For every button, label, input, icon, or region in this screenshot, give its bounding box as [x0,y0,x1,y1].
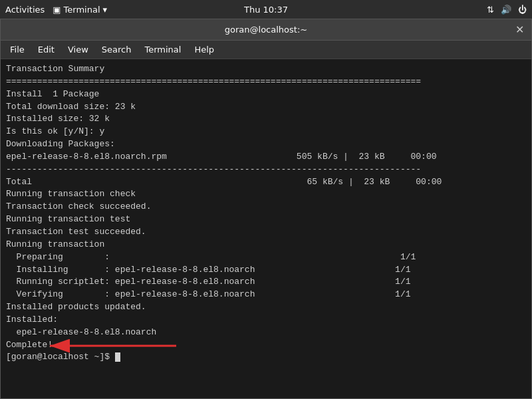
term-line: Transaction check succeeded. [6,201,526,213]
terminal-screen-icon: ▣ [53,5,61,15]
term-line: Complete! [6,339,526,352]
term-line: epel-release-8-8.el8.noarch.rpm 505 kB/s… [6,151,526,164]
term-line: Running scriptlet: epel-release-8-8.el8.… [6,276,526,289]
term-line: Running transaction test [6,213,526,226]
term-line: Total 65 kB/s | 23 kB 00:00 [6,176,526,189]
term-line: epel-release-8-8.el8.noarch [6,327,526,339]
menu-item-terminal[interactable]: Terminal [139,43,186,57]
term-line: Installed products updated. [6,301,526,314]
title-bar: goran@localhost:~ ✕ [1,19,531,41]
term-line: Downloading Packages: [6,138,526,151]
term-line: Verifying : epel-release-8-8.el8.noarch … [6,289,526,301]
term-line: ----------------------------------------… [6,164,526,176]
network-icon[interactable]: ⇅ [487,5,494,15]
menu-item-view[interactable]: View [63,43,94,57]
terminal-taskbar-label: Terminal [64,5,100,15]
power-icon[interactable]: ⏻ [518,5,527,15]
term-line: Install 1 Package [6,88,526,101]
term-line: Transaction test succeeded. [6,226,526,239]
term-line: Is this ok [y/N]: y [6,126,526,138]
terminal-chevron-icon: ▾ [103,5,108,15]
menu-item-edit[interactable]: Edit [33,43,60,57]
terminal-content[interactable]: Transaction Summary=====================… [1,59,531,398]
system-datetime: Thu 10:37 [244,5,288,15]
menu-item-help[interactable]: Help [189,43,219,57]
window-title: goran@localhost:~ [225,25,307,35]
term-line: Transaction Summary [6,63,526,76]
activities-button[interactable]: Activities [5,5,45,15]
term-line: [goran@localhost ~]$ [6,351,526,364]
menu-bar: FileEditViewSearchTerminalHelp [1,41,531,59]
term-line: Running transaction [6,239,526,251]
menu-item-file[interactable]: File [5,43,30,57]
system-bar-right: ⇅ 🔊 ⏻ [487,5,527,15]
term-line: Total download size: 23 k [6,101,526,114]
term-line: Installed size: 32 k [6,113,526,126]
volume-icon[interactable]: 🔊 [501,5,511,15]
system-bar-left: Activities ▣ Terminal ▾ [5,5,107,15]
terminal-window: goran@localhost:~ ✕ FileEditViewSearchTe… [0,19,532,399]
term-line: ========================================… [6,76,526,88]
system-bar: Activities ▣ Terminal ▾ Thu 10:37 ⇅ 🔊 ⏻ [0,0,532,19]
close-button[interactable]: ✕ [513,23,526,37]
menu-item-search[interactable]: Search [96,43,137,57]
term-line: Running transaction check [6,188,526,201]
term-line: Installing : epel-release-8-8.el8.noarch… [6,264,526,277]
term-line: Preparing : 1/1 [6,251,526,264]
terminal-taskbar-item[interactable]: ▣ Terminal ▾ [53,5,107,15]
terminal-cursor [115,352,120,362]
term-line: Installed: [6,314,526,327]
